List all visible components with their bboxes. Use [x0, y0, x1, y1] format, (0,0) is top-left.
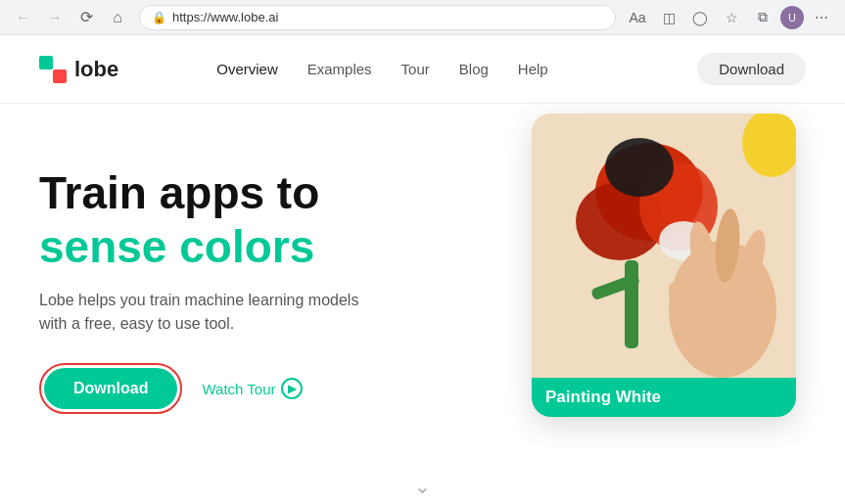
browser-nav-buttons: ← → ⟳ ⌂: [10, 4, 131, 31]
watch-tour-label: Watch Tour: [202, 381, 275, 397]
clock-button[interactable]: ◯: [686, 4, 714, 31]
hero-subtitle: Lobe helps you train machine learning mo…: [39, 289, 372, 336]
site-nav: lobe Overview Examples Tour Blog Help Do…: [0, 35, 845, 104]
nav-blog[interactable]: Blog: [459, 61, 489, 77]
nav-help[interactable]: Help: [518, 61, 548, 77]
browser-actions: Aa ◫ ◯ ☆ ⧉ U ⋯: [624, 4, 835, 31]
star-button[interactable]: ☆: [718, 4, 745, 31]
home-button[interactable]: ⌂: [104, 4, 131, 31]
nav-examples[interactable]: Examples: [307, 61, 372, 77]
logo[interactable]: lobe: [39, 56, 118, 83]
play-circle-icon: ▶: [281, 378, 303, 399]
collections-button[interactable]: ⧉: [749, 4, 776, 31]
nav-download-button[interactable]: Download: [697, 53, 806, 85]
svg-point-5: [605, 138, 674, 197]
nav-links: Overview Examples Tour Blog Help: [216, 61, 697, 77]
reload-button[interactable]: ⟳: [72, 4, 100, 31]
url-text: https://www.lobe.ai: [172, 10, 278, 24]
watch-tour-link[interactable]: Watch Tour ▶: [202, 378, 303, 399]
nav-overview[interactable]: Overview: [216, 61, 278, 77]
chevron-down-icon: ⌄: [414, 475, 431, 498]
webpage: lobe Overview Examples Tour Blog Help Do…: [0, 35, 845, 504]
hero-section: Train apps to sense colors Lobe helps yo…: [0, 104, 845, 469]
logo-text: lobe: [74, 57, 118, 82]
translate-button[interactable]: Aa: [624, 4, 651, 31]
nav-tour[interactable]: Tour: [401, 61, 430, 77]
hero-actions: Download Watch Tour ▶: [39, 363, 450, 414]
extensions-button[interactable]: ◫: [655, 4, 682, 31]
hero-download-button[interactable]: Download: [44, 368, 177, 409]
svg-rect-7: [625, 260, 638, 348]
image-label: Painting White: [532, 378, 796, 417]
address-bar[interactable]: 🔒 https://www.lobe.ai: [139, 5, 616, 30]
hero-title-line2: sense colors: [39, 221, 450, 273]
forward-button[interactable]: →: [41, 4, 69, 31]
hero-content: Train apps to sense colors Lobe helps yo…: [39, 168, 450, 414]
logo-icon: [39, 56, 67, 83]
back-button[interactable]: ←: [10, 4, 37, 31]
menu-button[interactable]: ⋯: [808, 4, 835, 31]
painting-scene: [532, 114, 796, 417]
hero-download-wrapper: Download: [39, 363, 182, 414]
scroll-indicator: ⌄: [0, 469, 845, 504]
hero-title-line1: Train apps to: [39, 168, 450, 218]
hero-image-area: Painting White: [532, 114, 825, 446]
painting-svg: [532, 114, 796, 417]
hero-image-card: Painting White: [532, 114, 796, 417]
lock-icon: 🔒: [152, 11, 166, 24]
profile-avatar[interactable]: U: [780, 6, 804, 29]
browser-chrome: ← → ⟳ ⌂ 🔒 https://www.lobe.ai Aa ◫ ◯ ☆ ⧉…: [0, 0, 845, 35]
